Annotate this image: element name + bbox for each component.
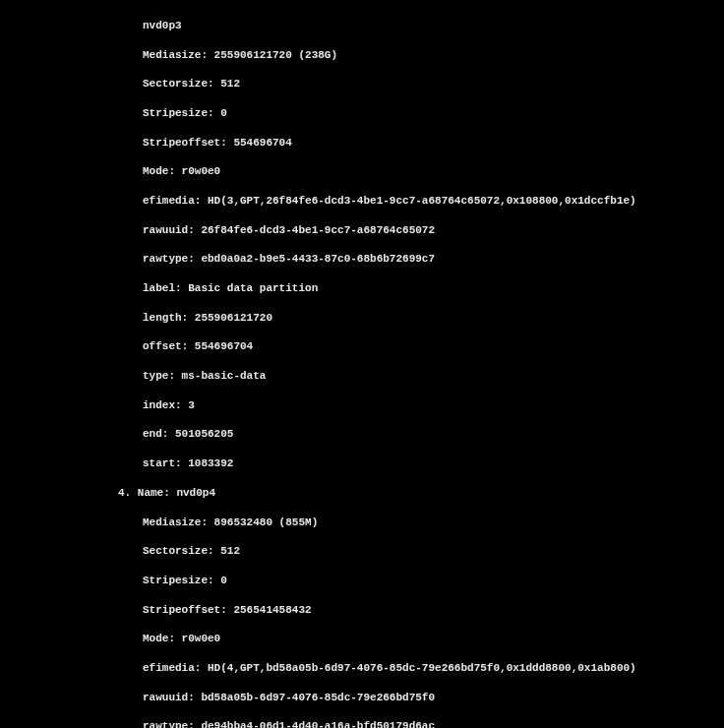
p3-stripesize: Stripesize: 0	[93, 106, 724, 121]
p4-efimedia: efimedia: HD(4,GPT,bd58a05b-6d97-4076-85…	[93, 661, 724, 676]
p3-rawuuid: rawuuid: 26f84fe6-dcd3-4be1-9cc7-a68764c…	[93, 223, 724, 238]
p4-sectorsize: Sectorsize: 512	[93, 544, 724, 559]
p3-name: nvd0p3	[93, 19, 724, 33]
p4-stripeoffset: Stripeoffset: 256541458432	[93, 603, 724, 618]
p3-offset: offset: 554696704	[93, 339, 724, 354]
p4-rawtype: rawtype: de94bba4-06d1-4d40-a16a-bfd5017…	[93, 719, 724, 728]
p4-rawuuid: rawuuid: bd58a05b-6d97-4076-85dc-79e266b…	[93, 691, 724, 705]
p4-mediasize: Mediasize: 896532480 (855M)	[93, 516, 724, 530]
p3-mode: Mode: r0w0e0	[93, 164, 724, 179]
p3-start: start: 1083392	[93, 456, 724, 471]
p3-efimedia: efimedia: HD(3,GPT,26f84fe6-dcd3-4be1-9c…	[93, 194, 724, 209]
p4-stripesize: Stripesize: 0	[93, 574, 724, 588]
p3-label: label: Basic data partition	[93, 281, 724, 296]
p3-mediasize: Mediasize: 255906121720 (238G)	[93, 48, 724, 63]
p3-length: length: 255906121720	[93, 311, 724, 326]
terminal-output: nvd0p3 Mediasize: 255906121720 (238G) Se…	[0, 0, 724, 728]
p3-index: index: 3	[93, 398, 724, 413]
p3-rawtype: rawtype: ebd0a0a2-b9e5-4433-87c0-68b6b72…	[93, 252, 724, 267]
p3-type: type: ms-basic-data	[93, 369, 724, 384]
p3-sectorsize: Sectorsize: 512	[93, 77, 724, 91]
p4-header: 4. Name: nvd0p4	[93, 486, 724, 501]
p3-stripeoffset: Stripeoffset: 554696704	[93, 136, 724, 151]
p4-mode: Mode: r0w0e0	[93, 632, 724, 646]
p3-end: end: 501056205	[93, 427, 724, 442]
